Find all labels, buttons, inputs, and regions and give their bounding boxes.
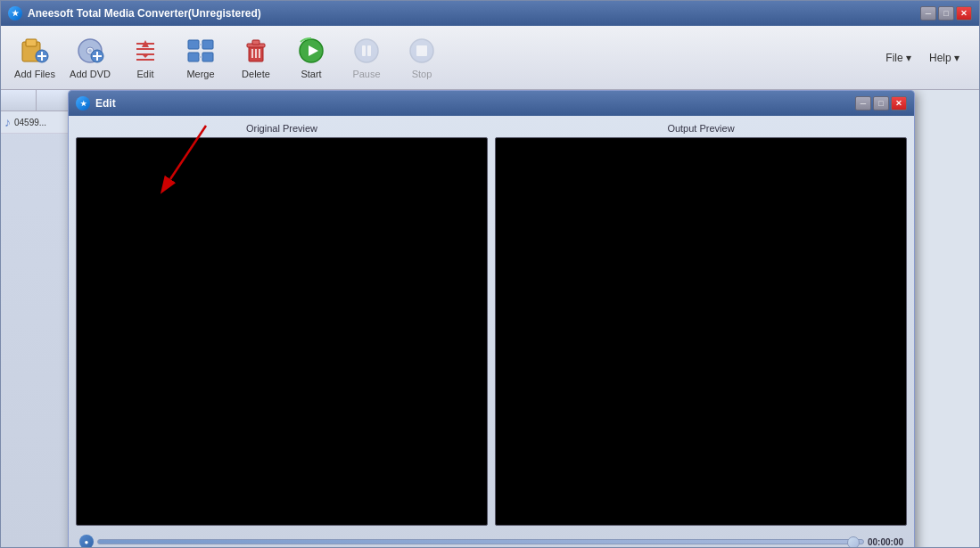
original-preview-label: Original Preview [76,123,488,134]
slider-thumb[interactable] [847,536,860,547]
maximize-button[interactable]: □ [938,6,954,20]
slider-area: ● 00:00:00 [76,531,907,547]
dialog-maximize-button[interactable]: □ [873,96,889,110]
app-icon: ★ [8,6,22,20]
pause-icon [352,37,381,65]
toolbar: Add Files Add DVD [1,26,979,90]
app-title: Aneesoft Total Media Converter(Unregiste… [28,7,261,20]
preview-panels: Original Preview Output Preview [76,123,907,526]
dialog-minimize-button[interactable]: ─ [855,96,871,110]
svg-rect-17 [188,40,199,49]
file-name: 04599... [14,118,46,127]
dialog-close-button[interactable]: ✕ [891,96,907,110]
svg-rect-32 [362,45,366,56]
merge-icon [186,37,215,65]
dialog-icon: ★ [76,96,90,110]
panel-tab-2[interactable] [37,90,72,110]
file-menu-button[interactable]: File ▾ [880,48,917,68]
svg-rect-35 [416,45,427,56]
start-label: Start [301,69,321,79]
title-bar: ★ Aneesoft Total Media Converter(Unregis… [1,1,979,26]
output-preview-video [495,137,907,526]
dialog-title-left: ★ Edit [76,96,116,110]
svg-rect-33 [367,45,371,56]
close-button[interactable]: ✕ [956,6,972,20]
stop-icon [408,37,436,65]
slider-time: 00:00:00 [868,537,903,547]
svg-rect-18 [202,40,213,49]
title-bar-left: ★ Aneesoft Total Media Converter(Unregis… [8,6,261,20]
merge-button[interactable]: Merge [174,31,227,85]
start-icon [297,37,325,65]
list-item[interactable]: ♪ 04599... [1,111,71,134]
output-preview-panel: Output Preview [495,123,907,526]
svg-rect-1 [26,39,37,46]
edit-dialog: ★ Edit ─ □ ✕ Original Preview [68,90,915,547]
title-controls: ─ □ ✕ [920,6,972,20]
timeline-slider[interactable] [97,539,864,544]
dialog-title: Edit [95,97,116,110]
svg-rect-19 [188,53,199,61]
add-files-button[interactable]: Add Files [8,31,62,85]
help-menu-button[interactable]: Help ▾ [924,48,965,68]
original-preview-panel: Original Preview [76,123,488,526]
edit-label: Edit [137,69,154,79]
music-icon: ♪ [4,115,11,129]
pause-button[interactable]: Pause [340,31,393,85]
original-preview-video [76,137,488,526]
svg-point-31 [355,39,378,62]
stop-label: Stop [412,69,432,79]
dialog-body: Original Preview Output Preview ● 00:00:… [69,116,914,547]
svg-point-7 [88,49,92,53]
minimize-button[interactable]: ─ [920,6,936,20]
add-dvd-icon [76,37,104,65]
delete-button[interactable]: Delete [229,31,283,85]
add-dvd-label: Add DVD [70,69,111,79]
svg-rect-20 [202,53,213,61]
svg-rect-25 [252,40,259,45]
panel-tab-1[interactable] [1,90,37,110]
dialog-title-bar: ★ Edit ─ □ ✕ [69,91,914,116]
add-files-label: Add Files [14,69,55,79]
toolbar-menu: File ▾ Help ▾ [880,48,965,68]
toolbar-buttons: Add Files Add DVD [8,31,449,85]
output-preview-label: Output Preview [495,123,907,134]
dialog-controls: ─ □ ✕ [855,96,907,110]
left-panel-header [1,90,71,111]
add-dvd-button[interactable]: Add DVD [63,31,117,85]
pause-label: Pause [352,69,380,79]
start-button[interactable]: Start [284,31,338,85]
add-files-icon [21,37,49,65]
main-window: ★ Aneesoft Total Media Converter(Unregis… [0,0,980,548]
left-panel: ♪ 04599... [1,90,72,547]
edit-button[interactable]: Edit [119,31,172,85]
slider-icon: ● [79,535,94,547]
delete-icon [242,37,270,65]
content-area: ♪ 04599... ★ Edit ─ □ ✕ [1,90,979,547]
edit-icon [131,37,160,65]
delete-label: Delete [242,69,270,79]
stop-button[interactable]: Stop [395,31,449,85]
merge-label: Merge [186,69,214,79]
